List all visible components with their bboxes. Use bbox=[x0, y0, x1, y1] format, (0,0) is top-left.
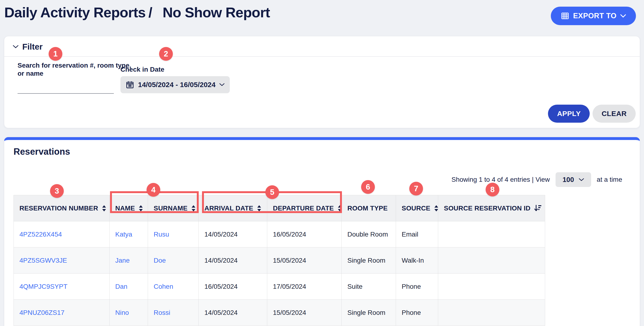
filter-collapse-toggle[interactable]: Filter bbox=[13, 42, 43, 52]
guest-name-link[interactable]: Katya bbox=[110, 221, 148, 247]
divider bbox=[4, 56, 640, 57]
sort-icon bbox=[338, 205, 342, 211]
sort-icon bbox=[191, 205, 196, 211]
source-reservation-id-cell bbox=[438, 247, 545, 273]
source-reservation-id-cell bbox=[438, 300, 545, 326]
source-cell: Phone bbox=[396, 273, 438, 300]
table-row: 4PNUZ06ZS17 Nino Rossi 14/05/2024 15/05/… bbox=[14, 300, 545, 326]
annotation-badge-8: 8 bbox=[486, 183, 499, 196]
source-cell: Phone bbox=[396, 300, 438, 326]
room-type-cell: Double Room bbox=[342, 221, 396, 247]
source-reservation-id-cell bbox=[438, 273, 545, 300]
chevron-down-icon bbox=[579, 178, 584, 181]
annotation-badge-5: 5 bbox=[265, 185, 279, 199]
reservation-number-link[interactable]: 4PZ5226X454 bbox=[14, 221, 110, 247]
table-row: 4PZ5226X454 Katya Rusu 14/05/2024 16/05/… bbox=[14, 221, 545, 247]
guest-surname-link[interactable]: Rossi bbox=[148, 300, 199, 326]
arrival-date-cell: 16/05/2024 bbox=[199, 273, 267, 300]
breadcrumb-current: No Show Report bbox=[163, 5, 270, 21]
apply-button[interactable]: APPLY bbox=[548, 105, 590, 123]
breadcrumb-parent: Daily Activity Reports bbox=[4, 5, 146, 21]
table-meta: Showing 1 to 4 of 4 entries | View 100 a… bbox=[452, 171, 622, 188]
table-row: 4PZ5SGWV3JE Jane Doe 14/05/2024 15/05/20… bbox=[14, 247, 545, 273]
reservations-table: RESERVATION NUMBER NAME SURNAME ARRIVAL … bbox=[14, 195, 545, 326]
guest-surname-link[interactable]: Doe bbox=[148, 247, 199, 273]
annotation-badge-3: 3 bbox=[50, 184, 64, 198]
clear-button[interactable]: CLEAR bbox=[592, 105, 636, 123]
search-input[interactable] bbox=[18, 82, 114, 94]
column-header-reservation-number[interactable]: RESERVATION NUMBER bbox=[14, 195, 110, 221]
guest-name-link[interactable]: Dan bbox=[110, 273, 148, 300]
filter-actions: APPLY CLEAR bbox=[548, 105, 636, 123]
annotation-badge-6: 6 bbox=[361, 180, 375, 194]
sort-descending-icon bbox=[534, 205, 541, 212]
room-type-cell: Single Room bbox=[342, 300, 396, 326]
reservations-panel: Reservations Showing 1 to 4 of 4 entries… bbox=[4, 137, 640, 326]
arrival-date-cell: 14/05/2024 bbox=[199, 300, 267, 326]
column-header-source[interactable]: SOURCE bbox=[396, 195, 438, 221]
page-size-select[interactable]: 100 bbox=[556, 172, 591, 187]
column-header-arrival-date[interactable]: ARRIVAL DATE bbox=[199, 195, 267, 221]
guest-name-link[interactable]: Jane bbox=[110, 247, 148, 273]
source-cell: Email bbox=[396, 221, 438, 247]
export-to-button[interactable]: EXPORT TO bbox=[551, 7, 636, 25]
checkin-date-label: Check in Date bbox=[120, 66, 164, 73]
table-grid-icon bbox=[561, 12, 569, 20]
departure-date-cell: 17/05/2024 bbox=[267, 273, 342, 300]
departure-date-cell: 15/05/2024 bbox=[267, 300, 342, 326]
guest-surname-link[interactable]: Cohen bbox=[148, 273, 199, 300]
chevron-down-icon bbox=[13, 45, 18, 48]
sort-icon bbox=[434, 205, 438, 211]
chevron-down-icon bbox=[620, 14, 626, 18]
table-header-row: RESERVATION NUMBER NAME SURNAME ARRIVAL … bbox=[14, 195, 545, 221]
chevron-down-icon bbox=[219, 83, 224, 86]
room-type-cell: Single Room bbox=[342, 247, 396, 273]
departure-date-cell: 15/05/2024 bbox=[267, 247, 342, 273]
filter-title: Filter bbox=[22, 42, 43, 52]
calendar-icon bbox=[126, 80, 134, 89]
reservations-title: Reservations bbox=[14, 147, 70, 157]
column-header-departure-date[interactable]: DEPARTURE DATE bbox=[267, 195, 342, 221]
column-header-surname[interactable]: SURNAME bbox=[148, 195, 199, 221]
table-row: 4QMPJC9SYPT Dan Cohen 16/05/2024 17/05/2… bbox=[14, 273, 545, 300]
sort-icon bbox=[257, 205, 261, 211]
guest-surname-link[interactable]: Rusu bbox=[148, 221, 199, 247]
arrival-date-cell: 14/05/2024 bbox=[199, 247, 267, 273]
arrival-date-cell: 14/05/2024 bbox=[199, 221, 267, 247]
filter-panel: Filter Search for reservation #, room ty… bbox=[4, 36, 640, 128]
annotation-badge-2: 2 bbox=[159, 47, 173, 61]
reservation-number-link[interactable]: 4PZ5SGWV3JE bbox=[14, 247, 110, 273]
column-header-name[interactable]: NAME bbox=[110, 195, 148, 221]
reservation-number-link[interactable]: 4PNUZ06ZS17 bbox=[14, 300, 110, 326]
checkin-date-value: 14/05/2024 - 16/05/2024 bbox=[138, 81, 216, 89]
column-header-room-type: ROOM TYPE bbox=[342, 195, 396, 221]
checkin-date-picker[interactable]: 14/05/2024 - 16/05/2024 bbox=[120, 76, 230, 93]
column-header-source-reservation-id[interactable]: SOURCE RESERVATION ID bbox=[438, 195, 545, 221]
source-reservation-id-cell bbox=[438, 221, 545, 247]
annotation-badge-4: 4 bbox=[146, 183, 160, 197]
annotation-badge-1: 1 bbox=[48, 47, 62, 61]
search-label: Search for reservation #, room type, or … bbox=[18, 62, 131, 77]
annotation-badge-7: 7 bbox=[409, 182, 423, 195]
breadcrumb-separator: / bbox=[148, 5, 152, 21]
departure-date-cell: 16/05/2024 bbox=[267, 221, 342, 247]
export-to-label: EXPORT TO bbox=[573, 12, 616, 20]
sort-icon bbox=[139, 205, 143, 211]
reservation-number-link[interactable]: 4QMPJC9SYPT bbox=[14, 273, 110, 300]
guest-name-link[interactable]: Nino bbox=[110, 300, 148, 326]
room-type-cell: Suite bbox=[342, 273, 396, 300]
source-cell: Walk-In bbox=[396, 247, 438, 273]
at-a-time-text: at a time bbox=[597, 176, 622, 183]
showing-entries-text: Showing 1 to 4 of 4 entries | View bbox=[452, 176, 550, 183]
page-size-value: 100 bbox=[562, 176, 574, 184]
page-title: Daily Activity Reports/No Show Report bbox=[4, 4, 270, 21]
sort-icon bbox=[102, 205, 106, 211]
